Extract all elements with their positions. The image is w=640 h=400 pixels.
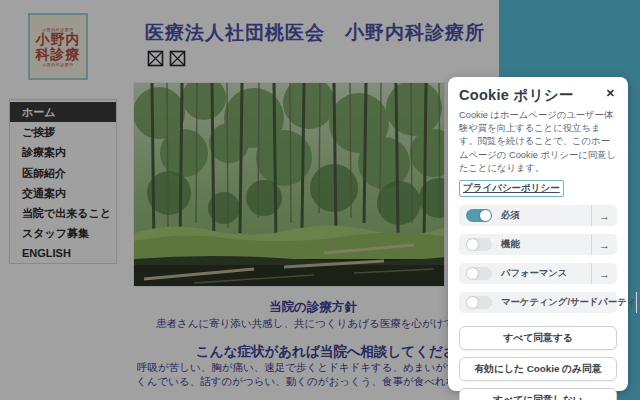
performance-toggle[interactable]	[466, 267, 492, 280]
accept-enabled-button[interactable]: 有効にした Cookie のみ同意	[459, 357, 617, 381]
cookie-dialog-title: Cookie ポリシー	[459, 86, 574, 105]
toggle-row-functional: 機能 →	[459, 234, 617, 255]
expand-arrow-icon[interactable]: →	[591, 205, 617, 226]
expand-arrow-icon[interactable]: →	[636, 292, 640, 313]
toggle-row-marketing: マーケティング/サードパーティ →	[459, 292, 617, 313]
toggle-row-required: 必須 →	[459, 205, 617, 226]
toggle-row-performance: パフォーマンス →	[459, 263, 617, 284]
marketing-toggle[interactable]	[466, 296, 492, 309]
accept-all-button[interactable]: すべて同意する	[459, 326, 617, 350]
toggle-label: 機能	[501, 238, 520, 251]
toggle-label: 必須	[501, 209, 520, 222]
required-toggle[interactable]	[466, 209, 492, 222]
toggle-label: マーケティング/サードパーティ	[501, 296, 636, 309]
expand-arrow-icon[interactable]: →	[591, 234, 617, 255]
privacy-policy-link[interactable]: プライバシーポリシー	[459, 180, 564, 197]
functional-toggle[interactable]	[466, 238, 492, 251]
screenshot-root: 小野内科診療所 小野内 科診療 小野内科診療所 医療法人社団桃医会 小野内科診療…	[0, 0, 640, 400]
close-icon[interactable]: ✕	[604, 86, 617, 101]
cookie-dialog: Cookie ポリシー ✕ Cookie はホームページのユーザー体験や質を向上…	[448, 77, 628, 391]
cookie-dialog-body: Cookie はホームページのユーザー体験や質を向上することに役立ちます。閲覧を…	[459, 109, 617, 175]
reject-all-button[interactable]: すべてに同意しない	[459, 388, 617, 400]
cookie-dialog-buttons: すべて同意する 有効にした Cookie のみ同意 すべてに同意しない	[459, 326, 617, 400]
expand-arrow-icon[interactable]: →	[591, 263, 617, 284]
toggle-label: パフォーマンス	[501, 267, 567, 280]
